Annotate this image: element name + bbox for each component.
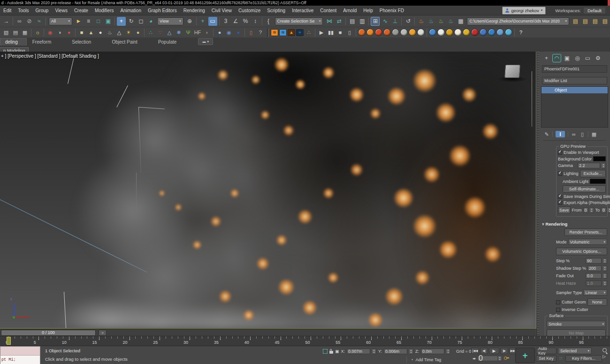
motion-tab[interactable]: ◎ <box>573 54 582 62</box>
z-spinner[interactable] <box>446 349 450 354</box>
background-color-swatch[interactable] <box>593 156 606 161</box>
environment-sphere-icon[interactable]: ◉ <box>225 28 233 37</box>
zoom-icon[interactable] <box>602 348 607 352</box>
preset-fireball-icon[interactable] <box>366 29 374 36</box>
ribbon-tab-object-paint[interactable]: Object Paint <box>106 38 152 46</box>
current-frame-marker[interactable] <box>7 337 11 345</box>
set-keys-button[interactable]: + <box>515 348 535 363</box>
phoenix-stop-sim-icon[interactable]: ■ <box>336 28 344 37</box>
new-folder-icon[interactable]: ▤ <box>581 17 590 26</box>
edit-named-selection-sets-icon[interactable]: { <box>264 17 273 26</box>
menu-interactive[interactable]: Interactive <box>289 8 317 13</box>
phoenixfd-ocean-preset-icon[interactable]: ≈ <box>296 29 304 36</box>
menu-help[interactable]: Help <box>360 8 376 13</box>
preset-blood-icon[interactable] <box>471 29 479 36</box>
selection-lock-icon[interactable] <box>329 351 333 354</box>
phoenixfd-particles-icon[interactable]: ∴ <box>305 28 313 37</box>
remove-modifier-icon[interactable]: ▯ <box>580 131 585 137</box>
show-end-result-icon[interactable]: I <box>556 131 565 137</box>
preset-clouds-icon[interactable] <box>417 29 425 36</box>
phoenix-help-icon[interactable]: ? <box>517 28 525 37</box>
render-setup-icon[interactable]: ♨ <box>427 17 435 26</box>
rendering-rollout-header[interactable]: Rendering <box>542 221 609 227</box>
teapot-primitive-icon[interactable]: ♨ <box>106 28 114 37</box>
phoenixfd-fire-simulator-icon[interactable]: ≋ <box>271 29 278 36</box>
schematic-view-icon[interactable]: ⊥ <box>390 17 399 26</box>
sampler-type-dropdown[interactable]: Linear <box>583 289 607 296</box>
save-to-field[interactable]: 0 <box>601 207 606 213</box>
key-mode-toggle-icon[interactable]: ◀▶ <box>471 355 477 361</box>
auto-key-button[interactable]: Auto Key <box>536 348 557 354</box>
ribbon-tab-selection[interactable]: Selection <box>66 38 106 46</box>
menu-phoenix-fd[interactable]: Phoenix FD <box>376 8 407 13</box>
bind-to-space-warp-icon[interactable]: ≈ <box>35 17 44 26</box>
export-alpha-checkbox[interactable] <box>558 201 562 205</box>
surface-mode-dropdown[interactable]: Smoke <box>547 321 606 327</box>
rollout-separator[interactable]: ∙∙∙ <box>543 140 606 143</box>
lighting-checkbox[interactable] <box>558 172 562 176</box>
perspective-viewport[interactable]: + ] [Perspective ] [Standard ] [Default … <box>0 52 536 329</box>
rendered-frame-window-icon[interactable]: ♨ <box>436 17 445 26</box>
note-object[interactable] <box>504 65 520 78</box>
preset-soda-icon[interactable] <box>480 29 487 36</box>
film-camera-icon[interactable]: ◉ <box>46 28 54 37</box>
ribbon-tab-populate[interactable]: Populate <box>152 38 191 46</box>
select-and-move-icon[interactable]: + <box>117 17 126 26</box>
box-primitive-icon[interactable]: ■ <box>77 28 86 37</box>
scene-panel-b-icon[interactable]: ▦ <box>21 28 29 37</box>
layer-explorer-icon[interactable]: ▤ <box>348 17 357 26</box>
named-selection-sets-dropdown[interactable]: Create Selection Se <box>275 17 323 25</box>
workspace-selector[interactable]: Default <box>584 8 605 14</box>
panel-resize-handle[interactable] <box>537 52 539 336</box>
ribbon-tab-modeling[interactable]: deling <box>0 38 27 46</box>
project-folder-icon[interactable]: ▤ <box>571 17 580 26</box>
dark-sphere-icon[interactable]: ● <box>234 28 243 37</box>
render-mode-dropdown[interactable]: Volumetric <box>568 239 607 245</box>
volumetric-options-button[interactable]: Volumetric Options... <box>556 248 607 255</box>
spinner-snap-icon[interactable]: ↕ <box>251 17 260 26</box>
next-frame-icon[interactable]: |▶ <box>500 348 508 354</box>
light-icon[interactable]: ☼ <box>33 28 42 37</box>
key-filters-button[interactable]: Key Filters... <box>565 355 602 362</box>
modifier-stack[interactable]: Object <box>541 86 608 128</box>
snowflake-icon[interactable]: ❄ <box>175 28 183 37</box>
redo-icon[interactable]: → <box>2 17 11 26</box>
gamma-field[interactable]: 2.2 <box>578 163 600 168</box>
save-to-spinner[interactable] <box>608 207 610 213</box>
percent-snap-icon[interactable]: % <box>241 17 250 26</box>
selection-region-icon[interactable] <box>323 349 328 354</box>
menu-tools[interactable]: Tools <box>15 8 32 13</box>
align-icon[interactable]: ⇄ <box>335 17 343 26</box>
set-key-button[interactable]: Set Key <box>536 355 557 362</box>
phoenix-pause-sim-icon[interactable]: ▮▮ <box>327 28 335 37</box>
molecule-icon[interactable]: ∵ <box>156 28 164 37</box>
preset-pool-icon[interactable] <box>505 29 512 36</box>
stack-item-object[interactable]: Object <box>541 87 608 93</box>
y-spinner[interactable] <box>409 349 413 354</box>
track-bar[interactable]: 0510152025303540455055606570758085909510… <box>0 336 610 346</box>
curve-editor-icon[interactable]: ∿ <box>381 17 389 26</box>
preset-waterfall-icon[interactable] <box>496 29 504 36</box>
scatter-icon[interactable]: ∴ <box>146 28 155 37</box>
maxscript-mini-listener[interactable]: pt Mi; <box>0 346 40 364</box>
ribbon-tab-freeform[interactable]: Freeform <box>27 38 67 46</box>
modify-tab[interactable]: ◠ <box>552 54 561 62</box>
keyboard-shortcut-override-icon[interactable]: ▭ <box>208 17 217 26</box>
select-object-icon[interactable]: ► <box>74 17 83 26</box>
phoenixfd-liquid-simulator-icon[interactable]: ≋ <box>279 29 287 36</box>
unlink-selection-icon[interactable]: ⊘ <box>25 17 34 26</box>
geosphere-icon[interactable]: ● <box>134 28 142 37</box>
shadow-step-field[interactable]: 200 <box>587 265 602 271</box>
gamma-spinner[interactable] <box>602 163 606 168</box>
step-percent-spinner[interactable] <box>603 258 607 264</box>
preset-burning-hand-icon[interactable] <box>375 29 382 36</box>
save-button[interactable]: Save <box>558 206 571 214</box>
add-time-tag[interactable]: ◔ Add Time Tag <box>406 356 441 363</box>
make-unique-icon[interactable]: ∞ <box>571 131 577 137</box>
hair-fur-icon[interactable]: HF <box>193 28 202 37</box>
phoenixfd-fire-preset-icon[interactable]: ▲ <box>288 29 295 36</box>
select-and-manipulate-icon[interactable]: + <box>198 17 207 26</box>
phoenix-start-sim-icon[interactable]: ▶ <box>317 28 326 37</box>
preset-whirlpool-icon[interactable] <box>488 29 496 36</box>
select-and-scale-icon[interactable]: ◻ <box>137 17 145 26</box>
